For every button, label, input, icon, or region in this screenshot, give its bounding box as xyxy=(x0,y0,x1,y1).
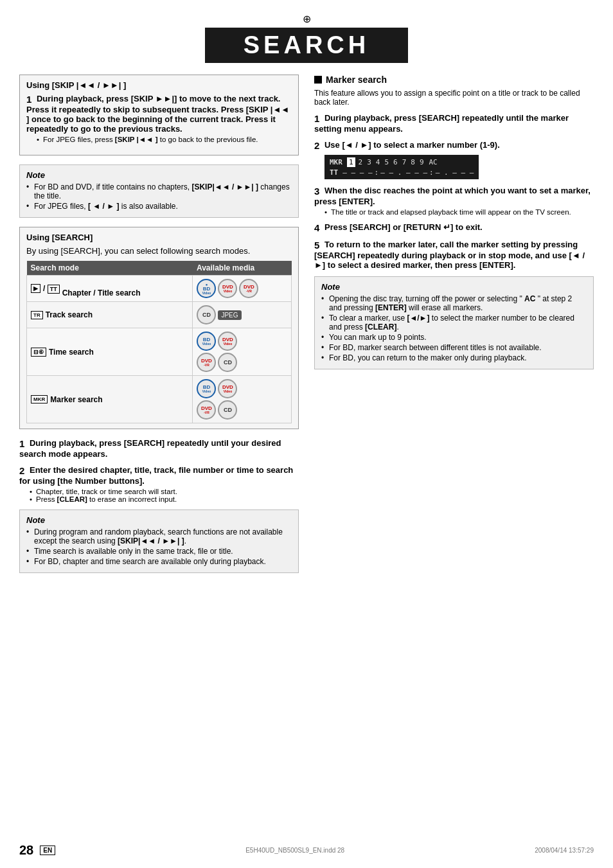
page-header: ⊕ SEARCH xyxy=(19,13,594,63)
search-intro: By using [SEARCH], you can select follow… xyxy=(26,246,292,256)
dvd-video-badge-3: DVD Video xyxy=(218,379,237,398)
marker-step2-text: Use [◄ / ►] to select a marker number (1… xyxy=(324,140,500,150)
tt-time: — — . — — — xyxy=(380,168,427,177)
skip-step1: 1 During playback, press [SKIP ►►|] to m… xyxy=(26,94,292,143)
skip-section: Using [SKIP |◄◄ / ►►| ] 1 During playbac… xyxy=(19,75,299,155)
tr-icon: TR xyxy=(31,311,43,319)
left-column: Using [SKIP |◄◄ / ►►| ] 1 During playbac… xyxy=(19,75,299,582)
media-chapter: ● BD Video DVD Video xyxy=(193,276,292,302)
marker-search-header: Marker search xyxy=(314,75,594,85)
dvd-video-badge-2: DVD Video xyxy=(218,332,237,351)
marker-step3-num: 3 xyxy=(314,186,319,197)
dvd-vr-badge-2: DVD -VR xyxy=(197,353,216,372)
cd-badge: CD xyxy=(197,305,216,324)
table-row: ⊟⑥ Time search BD Video xyxy=(27,328,292,376)
cd-badge-3: CD xyxy=(218,400,237,420)
tt-sep2: : xyxy=(429,168,434,177)
search-step2-num: 2 xyxy=(19,465,24,476)
en-badge: EN xyxy=(40,846,55,855)
marker-step3: 3 When the disc reaches the point at whi… xyxy=(314,186,594,216)
search-table: Search mode Available media ▶ / TT Chap xyxy=(26,261,292,423)
search-section: Using [SEARCH] By using [SEARCH], you ca… xyxy=(19,227,299,429)
cd-badge-2: CD xyxy=(218,353,237,372)
skip-note-item-2: For JPEG files, [ ◄ / ► ] is also availa… xyxy=(26,202,292,211)
table-row: ▶ / TT Chapter / Title search ● xyxy=(27,276,292,302)
marker-step3-sub1: The title or track and elapsed playback … xyxy=(324,208,594,216)
skip-note-item-1: For BD and DVD, if title contains no cha… xyxy=(26,182,292,200)
marker-step4: 4 Press [SEARCH] or [RETURN ↵] to exit. xyxy=(314,222,594,233)
search-step2-sub2: Press [CLEAR] to erase an incorrect inpu… xyxy=(30,495,299,503)
page-title: SEARCH xyxy=(205,28,408,63)
marker-step1-num: 1 xyxy=(314,113,319,124)
marker-intro: This feature allows you to assign a spec… xyxy=(314,89,594,107)
mkr-num-2: 2 xyxy=(357,157,364,167)
marker-step5-num: 5 xyxy=(314,240,319,251)
media-time: BD Video DVD Video xyxy=(193,328,292,376)
mode-cell-chapter: ▶ / TT Chapter / Title search xyxy=(27,276,193,302)
marker-step4-num: 4 xyxy=(314,222,319,233)
mkr-num-5: 5 xyxy=(383,157,390,167)
search-step2: 2 Enter the desired chapter, title, trac… xyxy=(19,465,299,503)
marker-note-item-2: To clear a marker, use [◄/►] to select t… xyxy=(321,314,587,332)
search-note-item-2: Time search is available only in the sam… xyxy=(26,547,292,556)
marker-step1-text: During playback, press [SEARCH] repeated… xyxy=(314,113,569,134)
search-note-list: During program and random playback, sear… xyxy=(26,527,292,566)
mkr-icon: MKR xyxy=(31,395,48,403)
search-step2-subs: Chapter, title, track or time search wil… xyxy=(30,488,299,503)
time-icon: ⊟⑥ xyxy=(31,348,46,357)
search-note-title: Note xyxy=(26,515,292,525)
search-note-item-1: During program and random playback, sear… xyxy=(26,527,292,545)
play-icon: ▶ xyxy=(31,284,40,293)
slash-tt: / TT xyxy=(43,284,60,293)
skip-step1-sub: For JPEG files, press [SKIP |◄◄ ] to go … xyxy=(37,136,292,143)
bd-video-badge: ● BD Video xyxy=(197,279,216,298)
skip-note-title: Note xyxy=(26,170,292,180)
marker-step2-num: 2 xyxy=(314,140,319,151)
table-row: MKR Marker search BD Video xyxy=(27,376,292,423)
marker-step5: 5 To return to the marker later, call th… xyxy=(314,240,594,270)
mode-cell-marker: MKR Marker search xyxy=(27,376,193,423)
search-note-item-3: For BD, chapter and time search are avai… xyxy=(26,557,292,566)
marker-step3-subs: The title or track and elapsed playback … xyxy=(324,208,594,216)
mkr-num-3: 3 xyxy=(366,157,373,167)
main-layout: Using [SKIP |◄◄ / ►►| ] 1 During playbac… xyxy=(19,75,594,582)
chapter-title-label: Chapter / Title search xyxy=(62,279,141,297)
skip-step1-text: During playback, press [SKIP ►►|] to mov… xyxy=(26,94,289,134)
step-num-1: 1 xyxy=(26,94,31,105)
marker-step1: 1 During playback, press [SEARCH] repeat… xyxy=(314,113,594,134)
mkr-num-6: 6 xyxy=(392,157,399,167)
search-note-box: Note During program and random playback,… xyxy=(19,509,299,573)
mkr-num-8: 8 xyxy=(409,157,416,167)
marker-step4-text: Press [SEARCH] or [RETURN ↵] to exit. xyxy=(324,222,483,232)
time-label: Time search xyxy=(49,348,94,357)
file-info: E5H40UD_NB500SL9_EN.indd 28 xyxy=(245,847,344,854)
bottom-bar: 28 EN E5H40UD_NB500SL9_EN.indd 28 2008/0… xyxy=(19,843,594,858)
page-number: 28 xyxy=(19,843,33,858)
compass-icon: ⊕ xyxy=(19,13,594,25)
media-track: CD JPEG xyxy=(193,302,292,328)
col-search-mode: Search mode xyxy=(27,261,193,276)
search-step1-text: During playback, press [SEARCH] repeated… xyxy=(19,438,281,459)
dvd-vr-badge: DVD -VR xyxy=(239,279,258,298)
tt-label: TT xyxy=(330,168,338,177)
search-step2-sub1: Chapter, title, track or time search wil… xyxy=(30,488,299,495)
date-info: 2008/04/14 13:57:29 xyxy=(535,847,594,854)
mode-cell-track: TR Track search xyxy=(27,302,193,328)
marker-note-title: Note xyxy=(321,282,587,292)
search-step1-num: 1 xyxy=(19,438,24,449)
mkr-ac: AC xyxy=(427,157,440,167)
bd-video-badge-2: BD Video xyxy=(197,332,216,351)
mode-cell-time: ⊟⑥ Time search xyxy=(27,328,193,376)
skip-section-title: Using [SKIP |◄◄ / ►►| ] xyxy=(26,80,292,90)
mkr-num-1-active: 1 xyxy=(347,157,355,167)
bd-video-badge-3: BD Video xyxy=(197,379,216,398)
marker-step2: 2 Use [◄ / ►] to select a marker number … xyxy=(314,140,594,179)
mkr-num-4: 4 xyxy=(375,157,382,167)
jpeg-badge: JPEG xyxy=(218,310,241,320)
marker-search-title: Marker search xyxy=(326,75,387,85)
marker-label: Marker search xyxy=(50,395,102,404)
search-section-title: Using [SEARCH] xyxy=(26,233,292,242)
search-step2-text: Enter the desired chapter, title, track,… xyxy=(19,465,293,486)
col-available-media: Available media xyxy=(193,261,292,276)
track-label: Track search xyxy=(46,310,93,319)
